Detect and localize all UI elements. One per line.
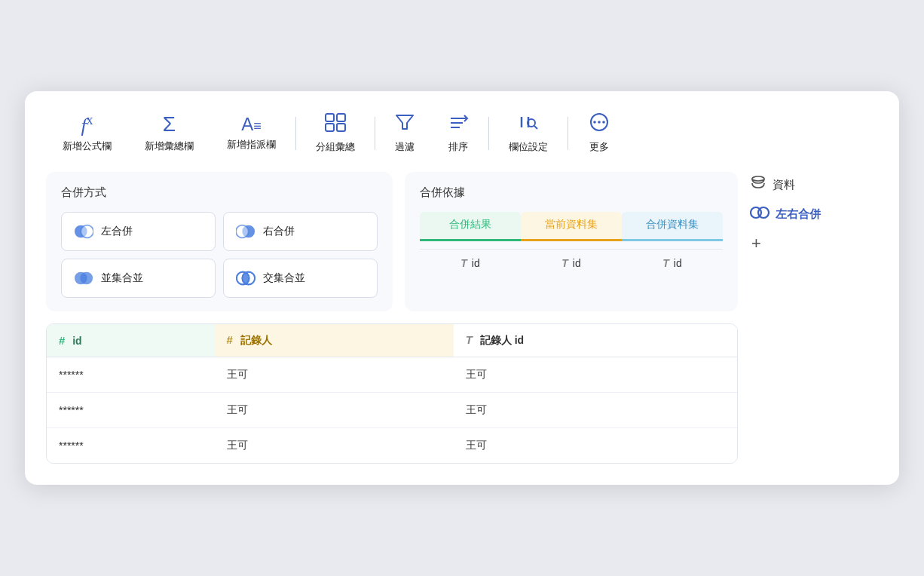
toolbar-label-field: 欄位設定 [509, 140, 548, 154]
merge-top: 合併方式 左合併 [46, 172, 738, 311]
basis-tab-current[interactable]: 當前資料集 [521, 212, 622, 241]
add-button[interactable]: + [750, 234, 878, 253]
main-card: fx 新增公式欄 Σ 新增彙總欄 A≡ 新增指派欄 分組彙總 [25, 91, 899, 485]
mode-grid: 左合併 右合併 [61, 212, 378, 298]
more-icon [588, 112, 610, 136]
right-panel-merge-label: 左右合併 [776, 207, 821, 222]
mode-btn-union[interactable]: 並集合並 [61, 259, 216, 298]
assign-icon: A≡ [241, 115, 262, 133]
cell-id-2: ****** [47, 393, 215, 428]
mode-btn-intersect[interactable]: 交集合並 [223, 259, 378, 298]
svg-rect-2 [326, 124, 334, 131]
toolbar-item-more[interactable]: 更多 [571, 112, 627, 154]
basis-rows: T id T id T [420, 249, 723, 277]
data-table-wrap: # id # 記錄人 T 記錄人 id [46, 323, 738, 464]
merge-basis-title: 合併依據 [420, 185, 723, 200]
toolbar-item-filter[interactable]: 過濾 [378, 112, 431, 154]
cell-id-1: ****** [47, 357, 215, 393]
toolbar-label-more: 更多 [589, 140, 609, 154]
toolbar-item-field[interactable]: 欄位設定 [492, 112, 564, 154]
cell-recorder-1: 王可 [215, 357, 454, 393]
col-icon-id: # [59, 334, 65, 347]
type-icon-result: T [460, 257, 467, 269]
toolbar-sep-4 [568, 117, 568, 150]
basis-col-current: T id [521, 249, 622, 277]
cell-recorder-id-3: 王可 [454, 428, 737, 464]
mode-label-right: 右合併 [263, 225, 295, 238]
merge-config: 合併方式 左合併 [46, 172, 738, 464]
formula-icon: fx [81, 113, 93, 136]
toolbar-label-sort: 排序 [448, 140, 468, 154]
toolbar-item-sort[interactable]: 排序 [431, 112, 485, 154]
mode-btn-left[interactable]: 左合併 [61, 212, 216, 251]
svg-point-13 [593, 121, 596, 124]
toolbar-sep-2 [375, 117, 375, 150]
toolbar-label-sum: 新增彙總欄 [145, 139, 194, 153]
svg-point-30 [752, 176, 764, 181]
filter-icon [395, 112, 415, 136]
basis-tab-merged[interactable]: 合併資料集 [622, 212, 723, 241]
basis-tabs: 合併結果 當前資料集 合併資料集 [420, 212, 723, 241]
col-header-recorder: # 記錄人 [215, 324, 454, 357]
sort-icon [448, 112, 469, 136]
body-area: 合併方式 左合併 [46, 172, 878, 464]
svg-point-32 [758, 207, 769, 218]
right-panel-merge-row[interactable]: 左右合併 [750, 204, 878, 225]
right-panel-data-label: 資料 [773, 178, 795, 192]
group-icon [324, 112, 347, 136]
cell-recorder-id-2: 王可 [454, 393, 737, 428]
sigma-icon: Σ [163, 114, 176, 135]
toolbar-sep-3 [488, 117, 489, 150]
col-icon-recorder-id: T [466, 333, 473, 346]
mode-btn-right[interactable]: 右合併 [223, 212, 378, 251]
toolbar-label-formula: 新增公式欄 [63, 139, 112, 153]
toolbar-item-group[interactable]: 分組彙總 [299, 112, 372, 154]
cell-id-3: ****** [47, 428, 215, 464]
field-value-current: id [573, 257, 581, 269]
svg-line-11 [534, 126, 537, 129]
toolbar-item-assign[interactable]: A≡ 新增指派欄 [210, 115, 292, 152]
table-row: ****** 王可 王可 [47, 428, 737, 464]
svg-point-25 [80, 272, 93, 285]
svg-rect-3 [337, 124, 345, 131]
col-header-recorder-id: T 記錄人 id [454, 324, 737, 357]
toolbar-item-sum[interactable]: Σ 新增彙總欄 [128, 114, 210, 153]
svg-point-14 [598, 121, 601, 124]
type-icon-merged: T [662, 257, 669, 269]
merge-rings-icon [750, 204, 769, 225]
merge-mode-title: 合併方式 [61, 185, 378, 200]
cell-recorder-2: 王可 [215, 393, 454, 428]
data-table: # id # 記錄人 T 記錄人 id [47, 324, 737, 463]
svg-point-15 [602, 121, 605, 124]
toolbar-label-group: 分組彙總 [316, 140, 355, 154]
col-icon-recorder: # [227, 333, 233, 346]
type-icon-current: T [561, 257, 568, 269]
svg-marker-4 [396, 115, 413, 129]
field-settings-icon [517, 112, 540, 136]
field-value-result: id [472, 257, 480, 269]
mode-label-left: 左合併 [101, 225, 133, 238]
toolbar-label-filter: 過濾 [395, 140, 415, 154]
right-panel: 資料 左右合併 + [750, 172, 878, 464]
mode-label-union: 並集合並 [101, 271, 143, 285]
merge-mode-card: 合併方式 左合併 [46, 172, 393, 311]
toolbar-label-assign: 新增指派欄 [227, 138, 276, 152]
field-value-merged: id [674, 257, 682, 269]
database-icon [750, 175, 766, 195]
basis-col-result: T id [420, 249, 521, 277]
mode-label-intersect: 交集合並 [263, 271, 305, 285]
col-header-id: # id [47, 324, 215, 357]
cell-recorder-id-1: 王可 [454, 357, 737, 393]
basis-tab-result[interactable]: 合併結果 [420, 212, 521, 241]
basis-col-merged: T id [622, 249, 723, 277]
table-row: ****** 王可 王可 [47, 393, 737, 428]
right-panel-data-row: 資料 [750, 175, 878, 195]
svg-rect-1 [337, 114, 345, 121]
svg-rect-0 [326, 114, 334, 121]
table-row: ****** 王可 王可 [47, 357, 737, 393]
toolbar-sep-1 [295, 117, 296, 150]
cell-recorder-3: 王可 [215, 428, 454, 464]
toolbar: fx 新增公式欄 Σ 新增彙總欄 A≡ 新增指派欄 分組彙總 [46, 112, 878, 154]
merge-basis-card: 合併依據 合併結果 當前資料集 合併資料集 [405, 172, 738, 311]
toolbar-item-formula[interactable]: fx 新增公式欄 [46, 113, 128, 154]
